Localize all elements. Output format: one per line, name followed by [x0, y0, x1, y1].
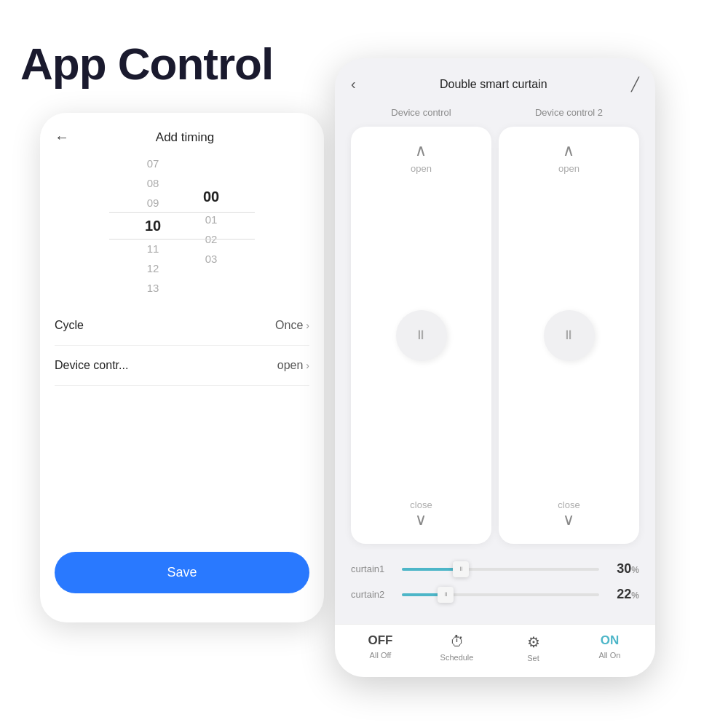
all-on-button[interactable]: ON All On	[571, 633, 648, 660]
settings-section: Cycle Once › Device contr... open ›	[40, 306, 324, 386]
device-control-2-label: Device control 2	[499, 107, 639, 118]
right-phone: ‹ Double smart curtain ╱ Device control …	[335, 58, 655, 677]
pause-button-2[interactable]: ⏸	[544, 310, 595, 361]
cycle-label: Cycle	[55, 319, 84, 332]
curtain2-pct: %	[631, 590, 639, 601]
control-panel-2: ∧ open ⏸ close ∨	[499, 127, 639, 544]
curtain2-thumb[interactable]: ⏸	[438, 587, 454, 603]
on-text: ON	[601, 633, 620, 648]
control-panels: ∧ open ⏸ close ∨ ∧ open ⏸	[335, 121, 655, 550]
curtain1-value: 30%	[606, 561, 639, 577]
left-screen-title: Add timing	[78, 130, 292, 145]
pause-button-1[interactable]: ⏸	[396, 310, 447, 361]
close-label-1: close	[410, 499, 432, 510]
pause-icon-1: ⏸	[414, 328, 429, 343]
page-title: App Control	[20, 38, 273, 90]
curtain1-row: curtain1 ⏸ 30%	[351, 561, 639, 577]
minute-01: 01	[182, 210, 240, 229]
close-label-2: close	[558, 499, 579, 510]
down-arrow-2[interactable]: ∨	[563, 510, 574, 529]
curtain2-row: curtain2 ⏸ 22%	[351, 587, 639, 602]
close-section-2: close ∨	[558, 496, 579, 529]
set-button[interactable]: ⚙ Set	[495, 633, 571, 662]
hour-09: 09	[124, 193, 182, 213]
down-arrow-1[interactable]: ∨	[415, 510, 427, 529]
thumb-icon-1: ⏸	[458, 566, 464, 572]
sliders-section: curtain1 ⏸ 30% curtain2 ⏸ 22	[335, 550, 655, 624]
minute-column[interactable]: 00 01 02 03	[182, 183, 240, 269]
chevron-right-icon: ›	[306, 320, 309, 331]
up-arrow-1[interactable]: ∧	[415, 141, 427, 160]
pause-icon-2: ⏸	[562, 328, 577, 343]
minute-00-selected: 00	[182, 183, 240, 210]
open-label-2: open	[558, 163, 579, 174]
time-picker[interactable]: 07 08 09 10 11 12 13 00 01 02 03	[40, 153, 324, 298]
device-control-1-label: Device control	[351, 107, 491, 118]
all-off-label: All Off	[370, 651, 392, 660]
close-section-1: close ∨	[410, 496, 432, 529]
chevron-right-icon-2: ›	[306, 360, 309, 371]
curtain2-label: curtain2	[351, 589, 395, 600]
device-control-value: open ›	[277, 359, 309, 372]
hour-column[interactable]: 07 08 09 10 11 12 13	[124, 154, 182, 298]
thumb-icon-2: ⏸	[443, 591, 448, 598]
schedule-label: Schedule	[440, 653, 474, 662]
open-section-1: ∧ open	[411, 141, 432, 174]
hour-10-selected: 10	[124, 213, 182, 239]
open-section-2: ∧ open	[558, 141, 579, 174]
device-control-label: Device contr...	[55, 359, 128, 372]
edit-icon[interactable]: ╱	[631, 76, 639, 92]
curtain1-track[interactable]: ⏸	[402, 568, 599, 571]
up-arrow-2[interactable]: ∧	[563, 141, 574, 160]
save-btn-container: Save	[55, 552, 309, 593]
right-back-button[interactable]: ‹	[351, 76, 356, 92]
control-panel-1: ∧ open ⏸ close ∨	[351, 127, 491, 544]
all-off-button[interactable]: OFF All Off	[342, 633, 419, 660]
hour-11: 11	[124, 239, 182, 258]
settings-icon: ⚙	[527, 633, 540, 651]
device-labels: Device control Device control 2	[335, 101, 655, 121]
right-phone-header: ‹ Double smart curtain ╱	[335, 58, 655, 101]
set-label: Set	[527, 654, 539, 662]
schedule-button[interactable]: ⏱ Schedule	[419, 633, 495, 662]
hour-08: 08	[124, 173, 182, 193]
minute-03: 03	[182, 249, 240, 269]
curtain1-thumb[interactable]: ⏸	[453, 561, 469, 577]
device-control-setting-row[interactable]: Device contr... open ›	[55, 346, 309, 386]
cycle-value: Once ›	[275, 319, 309, 332]
left-phone-header: ← Add timing	[40, 113, 324, 153]
hour-07: 07	[124, 154, 182, 173]
bottom-bar: OFF All Off ⏱ Schedule ⚙ Set ON All On	[335, 624, 655, 677]
curtain2-track[interactable]: ⏸	[402, 593, 599, 596]
open-label-1: open	[411, 163, 432, 174]
back-button[interactable]: ←	[55, 129, 69, 146]
left-phone: ← Add timing 07 08 09 10 11 12 13 00 01 …	[40, 113, 324, 622]
curtain2-value: 22%	[606, 587, 639, 602]
curtain1-fill	[402, 568, 461, 571]
cycle-setting-row[interactable]: Cycle Once ›	[55, 306, 309, 346]
off-text: OFF	[368, 633, 393, 648]
curtain1-pct: %	[631, 565, 639, 575]
hour-13: 13	[124, 278, 182, 298]
right-screen-title: Double smart curtain	[440, 78, 547, 91]
hour-12: 12	[124, 258, 182, 278]
minute-02: 02	[182, 229, 240, 249]
all-on-label: All On	[599, 651, 621, 660]
curtain1-label: curtain1	[351, 563, 395, 574]
schedule-icon: ⏱	[450, 633, 464, 650]
save-button[interactable]: Save	[55, 552, 309, 593]
